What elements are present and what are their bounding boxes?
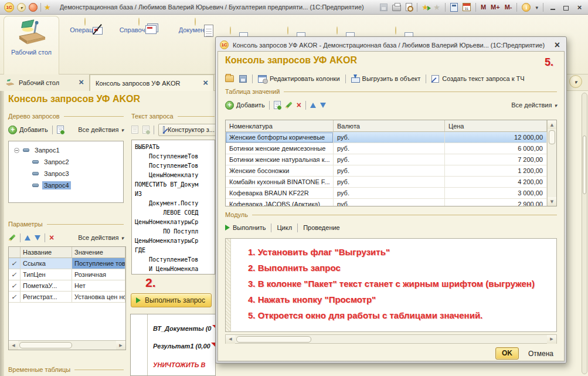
scroll-right-icon[interactable]: ▶ xyxy=(116,341,125,350)
add-query-button[interactable]: Добавить xyxy=(8,126,48,134)
tab-query-console[interactable]: Консоль запросов УФ AKOR xyxy=(90,74,214,91)
table-row[interactable]: Женские ботфорты коричневые руб. 12 000,… xyxy=(226,132,547,143)
ribbon-section-catalogs[interactable]: Справочники xyxy=(113,18,165,34)
query-constructor-button[interactable]: Конструктор з... xyxy=(158,124,219,136)
horizontal-scrollbar[interactable]: ◀ ▶ xyxy=(9,340,125,350)
table-row[interactable]: Женские босоножки руб. 1 200,00 xyxy=(226,165,547,177)
scrollbar-thumb[interactable] xyxy=(19,342,72,348)
delete-icon[interactable] xyxy=(49,234,54,241)
main-menu-button[interactable] xyxy=(17,3,26,12)
memory-m-plus-button[interactable]: M+ xyxy=(491,4,500,11)
ribbon-section-operations[interactable]: Операции xyxy=(59,18,111,34)
memory-m-button[interactable]: M xyxy=(481,4,486,11)
cancel-button[interactable]: Отмена xyxy=(526,348,556,359)
paste-icon[interactable] xyxy=(142,126,149,134)
edit-icon[interactable] xyxy=(285,101,293,109)
edit-columns-button[interactable]: Редактировать колонки xyxy=(258,75,340,83)
close-tab-icon[interactable] xyxy=(79,79,84,87)
move-up-icon[interactable] xyxy=(310,103,316,108)
edit-icon[interactable] xyxy=(8,234,16,242)
close-dialog-button[interactable] xyxy=(552,40,562,50)
ribbon-section-more[interactable] xyxy=(287,26,288,35)
all-actions-button[interactable]: Все действия xyxy=(78,126,124,133)
ok-button[interactable]: OK xyxy=(495,347,519,360)
parameter-row[interactable]: ПометкаУ... Нет xyxy=(9,280,125,292)
close-tab-icon[interactable] xyxy=(203,79,208,87)
header-cell[interactable]: Валюта xyxy=(334,120,445,132)
tree-item-query3[interactable]: Запрос3 xyxy=(9,168,123,179)
horizontal-scrollbar[interactable]: ◀ ▶ xyxy=(225,334,557,344)
tree-item-query4-selected[interactable]: Запрос4 xyxy=(9,179,123,191)
calendar-icon[interactable]: 31 xyxy=(463,3,471,11)
delete-icon[interactable] xyxy=(297,101,301,109)
ribbon-section-more[interactable] xyxy=(395,26,396,35)
unload-to-object-button[interactable]: Выгрузить в объект xyxy=(351,74,421,83)
table-row[interactable]: Ботинки женские натуральная к... руб. 7 … xyxy=(226,154,547,165)
maximize-button[interactable] xyxy=(562,3,570,11)
memory-m-minus-button[interactable]: M- xyxy=(505,4,512,11)
scroll-down-icon[interactable]: ▼ xyxy=(548,197,556,206)
table-row[interactable]: Комбайн кухонный BINATONE F... руб. 4 20… xyxy=(226,177,547,188)
scroll-up-icon[interactable]: ▲ xyxy=(548,120,556,129)
parameter-row[interactable]: Ссылка Поступление това xyxy=(9,258,125,269)
run-query-button[interactable]: Выполнить запрос xyxy=(131,293,212,307)
scroll-left-icon[interactable]: ◀ xyxy=(9,341,18,350)
tree-item-query2[interactable]: Запрос2 xyxy=(9,156,123,168)
copy-add-icon[interactable] xyxy=(57,126,64,134)
scroll-right-icon[interactable]: ▶ xyxy=(547,335,556,344)
save-icon[interactable] xyxy=(380,4,388,11)
copy-add-icon[interactable] xyxy=(274,101,281,109)
move-down-icon[interactable] xyxy=(320,103,326,108)
table-row[interactable]: Кофеварка BRAUN KF22R руб. 3 000,00 xyxy=(226,188,547,199)
move-up-icon[interactable] xyxy=(25,235,30,240)
create-query-text-button[interactable]: Создать текст запроса к ТЧ xyxy=(431,75,524,83)
module-posting-button[interactable]: Проведение xyxy=(303,224,340,231)
parameter-row[interactable]: ТипЦен Розничная xyxy=(9,269,125,280)
close-button[interactable]: × xyxy=(575,3,584,11)
add-favorite-icon[interactable] xyxy=(422,3,429,12)
add-row-button[interactable]: Добавить xyxy=(225,101,265,110)
calculator-icon[interactable] xyxy=(450,3,458,12)
vertical-scrollbar[interactable]: ▲ ▼ xyxy=(547,120,556,206)
chevron-down-icon[interactable] xyxy=(535,4,538,11)
all-actions-button[interactable]: Все действия xyxy=(78,234,124,241)
tab-desktop[interactable]: Рабочий стол xyxy=(0,74,90,91)
print-preview-icon[interactable] xyxy=(406,3,412,11)
ribbon-section-more[interactable] xyxy=(230,26,231,35)
vertical-scrollbar[interactable] xyxy=(582,93,587,374)
move-down-icon[interactable] xyxy=(35,235,40,240)
result-row[interactable]: ВТ_Документы (0 xyxy=(153,325,216,332)
service-round-button[interactable] xyxy=(29,3,38,12)
collapse-toggle-icon[interactable] xyxy=(14,148,19,153)
favorites-star-icon[interactable] xyxy=(44,3,51,12)
table-row[interactable]: Кофеварка JACOBS (Арктика) руб. 2 900,00 xyxy=(226,199,547,206)
favorites-list-icon[interactable] xyxy=(433,3,440,12)
result-row[interactable]: УНИЧТОЖИТЬ В xyxy=(153,361,205,368)
print-icon[interactable] xyxy=(392,5,401,11)
scrollbar-thumb[interactable] xyxy=(549,130,555,144)
collapse-panel-button[interactable] xyxy=(569,75,582,88)
ribbon-section-more[interactable] xyxy=(337,26,338,35)
scrollbar-thumb[interactable] xyxy=(236,336,311,343)
dialog-titlebar[interactable]: 1С Консоль запросов УФ AKOR - Демонстрац… xyxy=(217,39,565,51)
scroll-left-icon[interactable]: ◀ xyxy=(226,335,235,344)
result-row[interactable]: Результат1 (0,00 xyxy=(153,343,215,350)
copy-icon[interactable] xyxy=(131,126,138,134)
ribbon-section-desktop[interactable]: Рабочий стол xyxy=(4,16,59,74)
header-cell[interactable]: Цена xyxy=(445,120,547,132)
tree-item-query1[interactable]: Запрос1 xyxy=(9,144,123,156)
open-file-icon[interactable] xyxy=(225,75,234,82)
module-text-area[interactable]: 1. Установить флаг "Выгрузить" 2. Выполн… xyxy=(225,238,557,332)
all-actions-button[interactable]: Все действия xyxy=(511,101,557,109)
scrollbar-thumb[interactable] xyxy=(583,136,586,194)
query-text-editor[interactable]: ВЫБРАТЬ ПоступлениеТов ПоступлениеТов Це… xyxy=(131,140,215,275)
info-icon[interactable]: i xyxy=(522,3,531,12)
minimize-button[interactable] xyxy=(548,3,557,11)
header-cell[interactable]: Номенклатура xyxy=(226,120,334,132)
parameter-row[interactable]: Регистрат... Установка цен но xyxy=(9,292,125,303)
save-icon[interactable] xyxy=(239,75,247,83)
module-run-button[interactable]: Выполнить xyxy=(225,224,266,231)
ribbon-section-documents[interactable]: Документы xyxy=(169,18,221,34)
table-row[interactable]: Ботинки женские демисезонные руб. 6 000,… xyxy=(226,143,547,154)
module-cycle-button[interactable]: Цикл xyxy=(277,224,292,231)
